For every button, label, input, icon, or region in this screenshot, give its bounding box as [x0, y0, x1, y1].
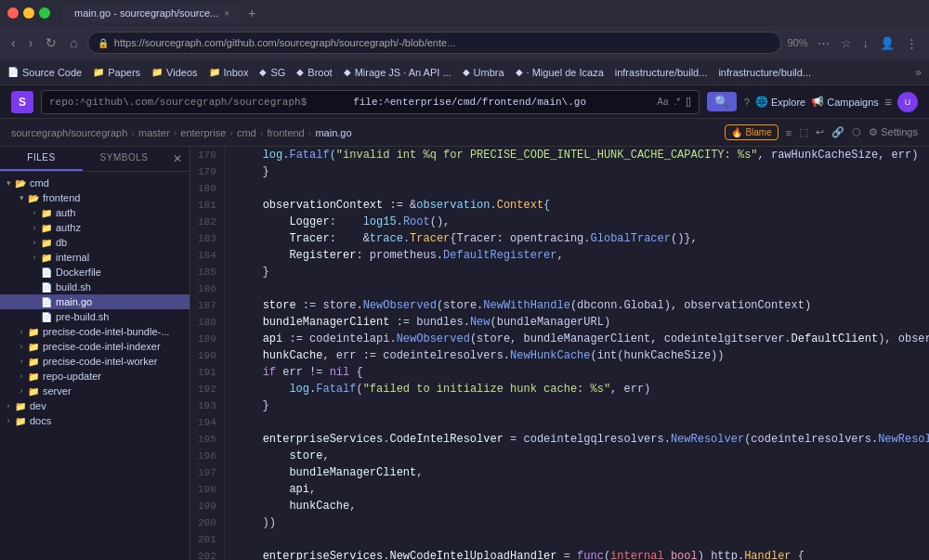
line-number: 194	[198, 414, 216, 431]
downloads-button[interactable]: ↓	[859, 34, 873, 52]
code-token: log	[263, 147, 283, 163]
breadcrumb-sep-4: ›	[260, 127, 264, 138]
tab-close-button[interactable]: ×	[224, 8, 229, 19]
code-line: bundleManagerClient := bundles.New(bundl…	[236, 314, 918, 331]
bookmark-button[interactable]: ☆	[837, 34, 856, 52]
campaigns-icon: 📢	[811, 96, 824, 108]
sg-search-button[interactable]: 🔍	[707, 92, 737, 111]
tree-item-server[interactable]: ›📁server	[0, 384, 190, 398]
line-number: 181	[198, 197, 216, 214]
sg-search-box[interactable]: repo:^github\.com/sourcegraph/sourcegrap…	[41, 90, 700, 114]
blame-button[interactable]: 🔥 Blame	[725, 124, 778, 140]
bookmark-videos[interactable]: 📁 Videos	[151, 67, 197, 78]
tree-item-auth[interactable]: ›📁auth	[0, 205, 190, 220]
tree-item-precise-code-intel-bundle-...[interactable]: ›📁precise-code-intel-bundle-...	[0, 324, 190, 339]
bookmark-umbra[interactable]: ◆ Umbra	[463, 67, 504, 78]
bookmark-icon: ◆	[259, 67, 267, 77]
code-token: : &	[330, 230, 370, 247]
code-token: NewResolver	[878, 431, 929, 448]
breadcrumb-frontend[interactable]: frontend	[267, 127, 304, 138]
code-line: Registerer: prometheus.DefaultRegisterer…	[236, 247, 918, 264]
tree-item-precise-code-intel-indexer[interactable]: ›📁precise-code-intel-indexer	[0, 339, 190, 354]
structural-toggle[interactable]: []	[686, 97, 691, 107]
folder-icon: 📁	[41, 223, 52, 233]
tree-item-repo-updater[interactable]: ›📁repo-updater	[0, 369, 190, 384]
breadcrumb-cmd[interactable]: cmd	[237, 127, 256, 138]
explore-icon: 🌐	[755, 96, 768, 108]
sg-hamburger-menu[interactable]: ≡	[884, 95, 892, 110]
sidebar-close-button[interactable]: ✕	[165, 147, 190, 171]
bookmark-miguel[interactable]: ◆ · Miguel de Icaza	[516, 67, 604, 78]
tree-item-build.sh[interactable]: 📄build.sh	[0, 280, 190, 294]
tree-item-label: authz	[56, 222, 81, 233]
bookmark-broot[interactable]: ◆ Broot	[296, 67, 332, 78]
sg-user-avatar[interactable]: U	[897, 92, 918, 112]
bookmark-papers[interactable]: 📁 Papers	[93, 67, 140, 78]
bookmark-inbox[interactable]: 📁 Inbox	[209, 67, 249, 78]
home-button[interactable]: ⌂	[66, 33, 81, 52]
code-token: Tracer	[410, 230, 450, 247]
breadcrumb-enterprise[interactable]: enterprise	[180, 127, 226, 138]
copy-permalink-button[interactable]: ↩	[816, 126, 824, 138]
tree-item-db[interactable]: ›📁db	[0, 235, 190, 250]
history-button[interactable]: ≡	[786, 127, 792, 138]
raw-button[interactable]: ⬚	[799, 126, 808, 138]
bookmark-infra1[interactable]: infrastructure/build...	[615, 67, 708, 78]
profile-button[interactable]: 👤	[876, 34, 898, 52]
code-line: api,	[236, 481, 918, 498]
tree-arrow: ›	[30, 238, 39, 247]
copy-link-button[interactable]: 🔗	[831, 126, 844, 138]
tree-item-docs[interactable]: ›📁docs	[0, 413, 190, 428]
bookmark-sg[interactable]: ◆ SG	[259, 67, 285, 78]
code-token: ,	[309, 481, 316, 498]
sg-search-options: Aa .* []	[657, 97, 690, 107]
refresh-button[interactable]: ↻	[42, 33, 60, 52]
tree-item-dockerfile[interactable]: 📄Dockerfile	[0, 265, 190, 280]
regex-toggle[interactable]: .*	[674, 97, 681, 107]
bookmark-infra2[interactable]: infrastructure/build...	[718, 67, 811, 78]
code-line: store,	[236, 448, 918, 464]
bookmark-label: Papers	[108, 67, 140, 78]
extensions-button[interactable]: ⋯	[814, 34, 833, 52]
code-token	[236, 381, 290, 397]
tree-item-dev[interactable]: ›📁dev	[0, 398, 190, 413]
tree-item-cmd[interactable]: ▾📂cmd	[0, 176, 190, 190]
bookmark-mirage[interactable]: ◆ Mirage JS · An API ...	[344, 67, 451, 78]
code-token: observationContext	[263, 197, 384, 214]
new-tab-button[interactable]: +	[244, 6, 259, 20]
tree-item-pre-build.sh[interactable]: 📄pre-build.sh	[0, 309, 190, 324]
address-bar[interactable]: 🔒 https://sourcegraph.com/github.com/sou…	[87, 32, 782, 54]
code-token	[236, 548, 263, 560]
minimize-window-button[interactable]	[23, 7, 34, 19]
active-tab[interactable]: main.go - sourcegraph/source... ×	[63, 4, 241, 22]
maximize-window-button[interactable]	[39, 7, 50, 19]
forward-button[interactable]: ›	[25, 33, 37, 52]
window-controls[interactable]	[7, 7, 50, 19]
bookmarks-overflow[interactable]: »	[915, 66, 922, 79]
tree-item-precise-code-intel-worker[interactable]: ›📁precise-code-intel-worker	[0, 354, 190, 369]
back-button[interactable]: ‹	[7, 33, 20, 52]
breadcrumb-repo[interactable]: sourcegraph/sourcegraph	[11, 127, 127, 138]
code-token: , err)	[610, 381, 650, 397]
bookmark-label: · Miguel de Icaza	[527, 67, 604, 78]
tree-item-internal[interactable]: ›📁internal	[0, 250, 190, 265]
tree-item-main.go[interactable]: 📄main.go	[0, 294, 190, 309]
tab-files[interactable]: FILES	[0, 147, 83, 171]
tab-symbols[interactable]: SYMBOLS	[83, 147, 165, 171]
sg-explore-button[interactable]: 🌐 Explore	[755, 96, 805, 108]
tree-item-frontend[interactable]: ▾📂frontend	[0, 190, 190, 205]
tree-item-authz[interactable]: ›📁authz	[0, 220, 190, 235]
line-number: 199	[198, 498, 216, 514]
sg-help-button[interactable]: ?	[744, 97, 750, 108]
sg-campaigns-button[interactable]: 📢 Campaigns	[811, 96, 879, 108]
breadcrumb-branch[interactable]: master	[138, 127, 170, 138]
case-sensitive-toggle[interactable]: Aa	[657, 97, 668, 107]
github-link-button[interactable]: ⬡	[852, 126, 861, 138]
security-icon: 🔒	[98, 38, 109, 48]
bookmark-source-code[interactable]: 📄 Source Code	[7, 67, 82, 78]
menu-button[interactable]: ⋮	[902, 34, 922, 52]
code-token: log15	[363, 214, 397, 230]
close-window-button[interactable]	[7, 7, 19, 19]
settings-button[interactable]: ⚙ Settings	[869, 126, 918, 138]
breadcrumb-sep-5: ›	[308, 127, 312, 138]
